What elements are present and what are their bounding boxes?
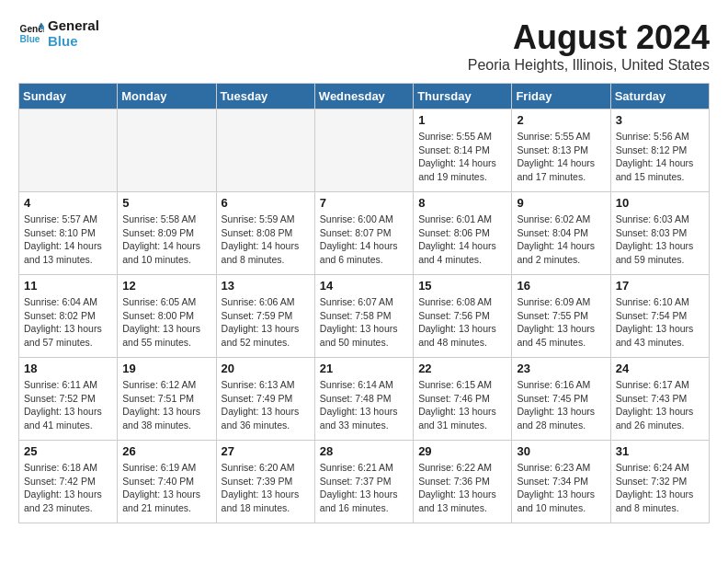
calendar-cell bbox=[216, 109, 314, 192]
day-number: 21 bbox=[320, 362, 408, 375]
day-info: Sunrise: 5:56 AMSunset: 8:12 PMDaylight:… bbox=[616, 130, 704, 184]
day-number: 3 bbox=[616, 113, 704, 127]
day-header-sunday: Sunday bbox=[19, 84, 118, 109]
day-number: 27 bbox=[222, 444, 310, 458]
logo-general: General bbox=[48, 18, 99, 34]
day-number: 2 bbox=[517, 113, 605, 127]
day-number: 15 bbox=[418, 279, 506, 293]
calendar-cell: 21Sunrise: 6:14 AMSunset: 7:48 PMDayligh… bbox=[314, 358, 413, 441]
day-number: 29 bbox=[418, 444, 506, 458]
day-info: Sunrise: 6:00 AMSunset: 8:07 PMDaylight:… bbox=[320, 213, 408, 267]
day-info: Sunrise: 6:21 AMSunset: 7:37 PMDaylight:… bbox=[320, 461, 408, 515]
day-info: Sunrise: 6:04 AMSunset: 8:02 PMDaylight:… bbox=[24, 295, 112, 350]
calendar-cell: 1Sunrise: 5:55 AMSunset: 8:14 PMDaylight… bbox=[414, 109, 512, 192]
month-title: August 2024 bbox=[468, 18, 710, 57]
calendar-cell: 26Sunrise: 6:19 AMSunset: 7:40 PMDayligh… bbox=[118, 441, 216, 523]
day-info: Sunrise: 6:18 AMSunset: 7:42 PMDaylight:… bbox=[24, 461, 112, 515]
day-info: Sunrise: 5:55 AMSunset: 8:13 PMDaylight:… bbox=[517, 130, 605, 184]
day-info: Sunrise: 6:24 AMSunset: 7:32 PMDaylight:… bbox=[616, 461, 704, 515]
calendar-cell: 8Sunrise: 6:01 AMSunset: 8:06 PMDaylight… bbox=[414, 192, 512, 275]
calendar-cell: 31Sunrise: 6:24 AMSunset: 7:32 PMDayligh… bbox=[610, 441, 709, 523]
day-info: Sunrise: 6:16 AMSunset: 7:45 PMDaylight:… bbox=[517, 378, 605, 432]
day-number: 9 bbox=[517, 196, 605, 210]
day-number: 25 bbox=[24, 444, 112, 458]
header: General Blue General Blue August 2024 Pe… bbox=[18, 18, 710, 74]
day-info: Sunrise: 5:58 AMSunset: 8:09 PMDaylight:… bbox=[122, 213, 210, 267]
day-number: 4 bbox=[24, 196, 112, 210]
day-number: 24 bbox=[616, 362, 704, 375]
logo-icon: General Blue bbox=[18, 21, 44, 47]
logo-blue: Blue bbox=[48, 34, 99, 50]
day-info: Sunrise: 6:09 AMSunset: 7:55 PMDaylight:… bbox=[517, 295, 605, 350]
calendar-cell: 18Sunrise: 6:11 AMSunset: 7:52 PMDayligh… bbox=[19, 358, 118, 441]
day-info: Sunrise: 5:57 AMSunset: 8:10 PMDaylight:… bbox=[24, 213, 112, 267]
day-header-wednesday: Wednesday bbox=[314, 84, 413, 109]
day-info: Sunrise: 6:01 AMSunset: 8:06 PMDaylight:… bbox=[418, 213, 506, 267]
day-number: 16 bbox=[517, 279, 605, 293]
calendar-cell: 28Sunrise: 6:21 AMSunset: 7:37 PMDayligh… bbox=[314, 441, 413, 523]
calendar-cell: 9Sunrise: 6:02 AMSunset: 8:04 PMDaylight… bbox=[512, 192, 610, 275]
calendar-cell: 7Sunrise: 6:00 AMSunset: 8:07 PMDaylight… bbox=[314, 192, 413, 275]
calendar-cell: 2Sunrise: 5:55 AMSunset: 8:13 PMDaylight… bbox=[512, 109, 610, 192]
day-number: 1 bbox=[418, 113, 506, 127]
day-header-saturday: Saturday bbox=[610, 84, 709, 109]
calendar-cell: 10Sunrise: 6:03 AMSunset: 8:03 PMDayligh… bbox=[610, 192, 709, 275]
calendar-cell: 22Sunrise: 6:15 AMSunset: 7:46 PMDayligh… bbox=[414, 358, 512, 441]
day-number: 6 bbox=[222, 196, 310, 210]
day-header-tuesday: Tuesday bbox=[216, 84, 314, 109]
week-row-1: 1Sunrise: 5:55 AMSunset: 8:14 PMDaylight… bbox=[19, 109, 710, 192]
day-number: 7 bbox=[320, 196, 408, 210]
day-header-thursday: Thursday bbox=[414, 84, 512, 109]
week-row-5: 25Sunrise: 6:18 AMSunset: 7:42 PMDayligh… bbox=[19, 441, 710, 523]
day-info: Sunrise: 6:10 AMSunset: 7:54 PMDaylight:… bbox=[616, 295, 704, 350]
day-number: 26 bbox=[122, 444, 210, 458]
day-number: 17 bbox=[616, 279, 704, 293]
calendar-cell: 4Sunrise: 5:57 AMSunset: 8:10 PMDaylight… bbox=[19, 192, 118, 275]
day-info: Sunrise: 6:07 AMSunset: 7:58 PMDaylight:… bbox=[320, 295, 408, 350]
day-number: 12 bbox=[122, 279, 210, 293]
calendar-cell: 24Sunrise: 6:17 AMSunset: 7:43 PMDayligh… bbox=[610, 358, 709, 441]
logo: General Blue General Blue bbox=[18, 18, 99, 49]
day-number: 31 bbox=[616, 444, 704, 458]
day-info: Sunrise: 5:55 AMSunset: 8:14 PMDaylight:… bbox=[418, 130, 506, 184]
day-info: Sunrise: 6:13 AMSunset: 7:49 PMDaylight:… bbox=[222, 378, 310, 432]
calendar-cell bbox=[118, 109, 216, 192]
day-number: 23 bbox=[517, 362, 605, 375]
calendar-cell: 27Sunrise: 6:20 AMSunset: 7:39 PMDayligh… bbox=[216, 441, 314, 523]
calendar-cell: 19Sunrise: 6:12 AMSunset: 7:51 PMDayligh… bbox=[118, 358, 216, 441]
day-info: Sunrise: 6:14 AMSunset: 7:48 PMDaylight:… bbox=[320, 378, 408, 432]
day-number: 11 bbox=[24, 279, 112, 293]
day-info: Sunrise: 6:06 AMSunset: 7:59 PMDaylight:… bbox=[222, 295, 310, 350]
day-number: 14 bbox=[320, 279, 408, 293]
day-info: Sunrise: 6:20 AMSunset: 7:39 PMDaylight:… bbox=[222, 461, 310, 515]
day-info: Sunrise: 6:12 AMSunset: 7:51 PMDaylight:… bbox=[122, 378, 210, 432]
day-number: 20 bbox=[222, 362, 310, 375]
calendar-cell: 23Sunrise: 6:16 AMSunset: 7:45 PMDayligh… bbox=[512, 358, 610, 441]
calendar-cell: 13Sunrise: 6:06 AMSunset: 7:59 PMDayligh… bbox=[216, 275, 314, 358]
calendar-cell: 25Sunrise: 6:18 AMSunset: 7:42 PMDayligh… bbox=[19, 441, 118, 523]
day-info: Sunrise: 6:03 AMSunset: 8:03 PMDaylight:… bbox=[616, 213, 704, 267]
calendar-cell: 15Sunrise: 6:08 AMSunset: 7:56 PMDayligh… bbox=[414, 275, 512, 358]
day-info: Sunrise: 6:17 AMSunset: 7:43 PMDaylight:… bbox=[616, 378, 704, 432]
day-headers: SundayMondayTuesdayWednesdayThursdayFrid… bbox=[19, 84, 710, 109]
calendar-cell: 3Sunrise: 5:56 AMSunset: 8:12 PMDaylight… bbox=[610, 109, 709, 192]
calendar-cell bbox=[19, 109, 118, 192]
calendar-cell bbox=[314, 109, 413, 192]
calendar-cell: 17Sunrise: 6:10 AMSunset: 7:54 PMDayligh… bbox=[610, 275, 709, 358]
day-info: Sunrise: 6:15 AMSunset: 7:46 PMDaylight:… bbox=[418, 378, 506, 432]
title-area: August 2024 Peoria Heights, Illinois, Un… bbox=[468, 18, 710, 74]
calendar-cell: 6Sunrise: 5:59 AMSunset: 8:08 PMDaylight… bbox=[216, 192, 314, 275]
day-number: 22 bbox=[418, 362, 506, 375]
day-number: 13 bbox=[222, 279, 310, 293]
week-row-2: 4Sunrise: 5:57 AMSunset: 8:10 PMDaylight… bbox=[19, 192, 710, 275]
day-number: 10 bbox=[616, 196, 704, 210]
calendar-cell: 5Sunrise: 5:58 AMSunset: 8:09 PMDaylight… bbox=[118, 192, 216, 275]
day-info: Sunrise: 6:19 AMSunset: 7:40 PMDaylight:… bbox=[122, 461, 210, 515]
day-info: Sunrise: 6:22 AMSunset: 7:36 PMDaylight:… bbox=[418, 461, 506, 515]
calendar-cell: 11Sunrise: 6:04 AMSunset: 8:02 PMDayligh… bbox=[19, 275, 118, 358]
location-title: Peoria Heights, Illinois, United States bbox=[468, 57, 710, 74]
day-number: 19 bbox=[122, 362, 210, 375]
day-info: Sunrise: 6:08 AMSunset: 7:56 PMDaylight:… bbox=[418, 295, 506, 350]
day-info: Sunrise: 6:05 AMSunset: 8:00 PMDaylight:… bbox=[122, 295, 210, 350]
day-number: 18 bbox=[24, 362, 112, 375]
